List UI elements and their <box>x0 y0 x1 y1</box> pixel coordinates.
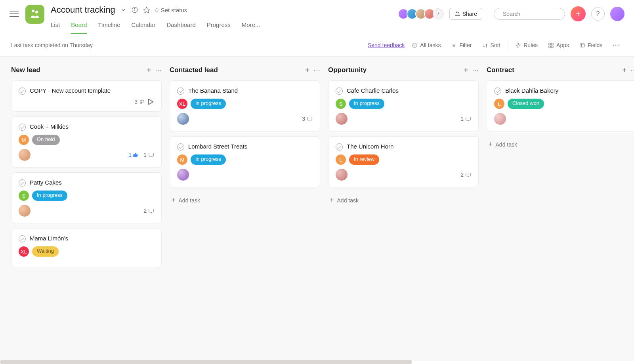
card-name: COPY - New account template <box>30 87 111 94</box>
add-card-button[interactable]: + <box>464 66 468 74</box>
menu-toggle[interactable] <box>10 9 19 19</box>
quick-add-button[interactable]: + <box>571 6 586 21</box>
assignee-avatar[interactable] <box>177 169 189 181</box>
tag-pill[interactable]: On hold <box>32 135 60 145</box>
complete-toggle[interactable] <box>19 235 26 242</box>
star-icon[interactable] <box>143 6 150 13</box>
complete-toggle[interactable] <box>19 124 26 131</box>
tag-pill[interactable]: M <box>19 135 29 145</box>
tab-calendar[interactable]: Calendar <box>132 18 156 34</box>
comment-count[interactable]: 2 <box>143 208 154 214</box>
assignee-avatar[interactable] <box>336 169 348 181</box>
project-icon <box>25 5 44 24</box>
filter-button[interactable]: Filter <box>448 40 475 50</box>
card[interactable]: Cook + MilkiesMOn hold1 1 <box>11 116 162 168</box>
card[interactable]: COPY - New account template3 <box>11 80 162 112</box>
like-count[interactable]: 1 <box>128 152 139 158</box>
card[interactable]: Lombard Street TreatsMIn progress <box>170 136 320 187</box>
add-task-button[interactable]: + Add task <box>328 192 479 208</box>
card[interactable]: The Unicorn HornLIn review2 <box>328 136 479 187</box>
add-card-button[interactable]: + <box>305 66 310 74</box>
column-menu[interactable]: ··· <box>155 66 162 74</box>
tag-pill[interactable]: In progress <box>32 191 67 201</box>
avatar-overflow[interactable]: 7 <box>433 8 444 19</box>
tab-dashboard[interactable]: Dashboard <box>166 18 195 34</box>
column-title[interactable]: Contacted lead <box>170 66 301 74</box>
tag-pill[interactable]: S <box>19 191 29 201</box>
comment-count[interactable]: 1 <box>143 152 154 158</box>
fields-button[interactable]: Fields <box>576 40 605 50</box>
card[interactable]: The Banana StandXLIn progress3 <box>170 80 320 131</box>
add-card-button[interactable]: + <box>147 66 151 74</box>
set-status[interactable]: Set status <box>155 7 187 13</box>
all-tasks-filter[interactable]: All tasks <box>409 40 444 50</box>
tag-pill[interactable]: Waiting <box>32 246 59 257</box>
subtask-count[interactable]: 3 <box>134 99 154 105</box>
assignee-avatar[interactable] <box>19 205 31 217</box>
column-title[interactable]: New lead <box>11 66 143 74</box>
tab-list[interactable]: List <box>51 18 60 34</box>
tag-pill[interactable]: XL <box>19 246 29 257</box>
tab-board[interactable]: Board <box>71 18 87 34</box>
horizontal-scrollbar[interactable] <box>0 360 412 361</box>
tab-more[interactable]: More... <box>242 18 260 34</box>
tag-pill[interactable]: In progress <box>349 99 384 109</box>
chevron-down-icon[interactable] <box>120 7 126 13</box>
add-task-button[interactable]: + Add task <box>170 192 320 208</box>
tag-pill[interactable]: Closed won <box>508 99 544 109</box>
tag-pill[interactable]: XL <box>177 99 187 109</box>
assignee-avatar[interactable] <box>494 113 506 125</box>
column-menu[interactable]: ··· <box>630 66 634 74</box>
share-button[interactable]: Share <box>449 8 482 20</box>
send-feedback-link[interactable]: Send feedback <box>368 42 405 48</box>
svg-rect-14 <box>552 46 553 47</box>
tag-pill[interactable]: M <box>177 154 187 165</box>
tag-pill[interactable]: In progress <box>191 99 226 109</box>
card[interactable]: Black Dahlia BakeryLClosed won <box>487 80 634 131</box>
assignee-avatar[interactable] <box>177 113 189 125</box>
tag-pill[interactable]: L <box>494 99 504 109</box>
complete-toggle[interactable] <box>336 88 343 95</box>
complete-toggle[interactable] <box>19 88 26 95</box>
comment-count[interactable]: 2 <box>460 172 471 178</box>
tag-pill[interactable]: In progress <box>191 154 226 165</box>
tag-pill[interactable]: S <box>336 99 346 109</box>
search-input[interactable] <box>494 8 565 20</box>
add-card-button[interactable]: + <box>622 66 627 74</box>
card-name: Patty Cakes <box>30 179 62 186</box>
column-title[interactable]: Opportunity <box>328 66 460 74</box>
complete-toggle[interactable] <box>494 88 501 95</box>
more-options[interactable]: ··· <box>609 40 623 50</box>
column-title[interactable]: Contract <box>487 66 618 74</box>
complete-toggle[interactable] <box>336 143 343 151</box>
tag-pill[interactable]: In review <box>349 154 379 165</box>
card[interactable]: Patty CakesSIn progress2 <box>11 172 162 223</box>
info-icon[interactable] <box>131 6 138 13</box>
card[interactable]: Mama Limón'sXLWaiting <box>11 228 162 267</box>
assignee-avatar[interactable] <box>336 113 348 125</box>
tab-timeline[interactable]: Timeline <box>98 18 120 34</box>
comment-count[interactable]: 3 <box>302 116 313 122</box>
complete-toggle[interactable] <box>177 143 184 151</box>
project-title[interactable]: Account tracking <box>51 5 115 15</box>
column-menu[interactable]: ··· <box>313 66 320 74</box>
divider <box>488 8 488 19</box>
tab-progress[interactable]: Progress <box>207 18 231 34</box>
svg-marker-3 <box>143 7 149 13</box>
profile-avatar[interactable] <box>610 7 624 21</box>
divider <box>508 40 508 51</box>
column-menu[interactable]: ··· <box>472 66 479 74</box>
apps-button[interactable]: Apps <box>545 40 572 50</box>
complete-toggle[interactable] <box>177 88 184 95</box>
assignee-avatar[interactable] <box>19 149 31 161</box>
column: Opportunity+···Cafe Charlie CarlosSIn pr… <box>328 66 479 208</box>
complete-toggle[interactable] <box>19 179 26 187</box>
help-button[interactable]: ? <box>591 7 605 21</box>
add-task-button[interactable]: + Add task <box>487 136 634 152</box>
rules-button[interactable]: Rules <box>512 40 541 50</box>
tag-pill[interactable]: L <box>336 154 346 165</box>
comment-count[interactable]: 1 <box>460 116 471 122</box>
card[interactable]: Cafe Charlie CarlosSIn progress1 <box>328 80 479 131</box>
sort-button[interactable]: Sort <box>479 40 504 50</box>
member-avatars[interactable]: 7 <box>400 8 444 19</box>
